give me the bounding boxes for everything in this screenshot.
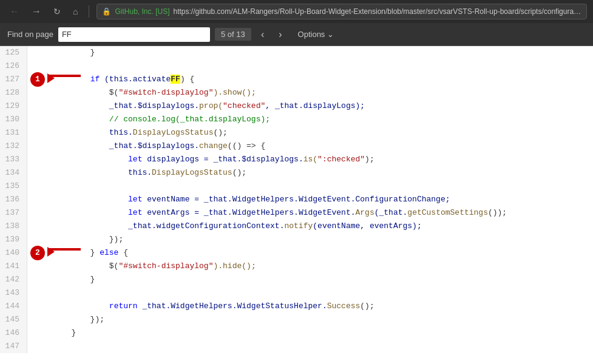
line-number: 132 — [0, 140, 27, 153]
line-number: 125 — [0, 46, 27, 59]
code-token: ).hide(); — [213, 261, 256, 271]
code-token: DisplayLogsStatus — [133, 128, 214, 137]
reload-button[interactable]: ↻ — [50, 4, 64, 19]
url-text: https://github.com/ALM-Rangers/Roll-Up-B… — [174, 7, 582, 16]
code-token: (() => { — [228, 141, 265, 150]
find-label: Find on page — [7, 30, 53, 39]
code-line: 136 let eventName = _that.WidgetHelpers.… — [0, 193, 593, 206]
line-number: 144 — [0, 300, 27, 313]
org-text: GitHub, Inc. [US] — [115, 7, 169, 16]
code-token: _that.WidgetHelpers.WidgetStatusHelper. — [138, 302, 327, 311]
code-token: $( — [33, 261, 118, 271]
code-token: this. — [33, 168, 152, 177]
code-token: _that.$displaylogs. — [33, 101, 199, 110]
code-line: 125 } — [0, 46, 593, 59]
code-token: _that.$displaylogs. — [33, 141, 199, 150]
code-token: // console.log(_that.displayLogs); — [109, 115, 270, 124]
line-number: 126 — [0, 59, 27, 73]
line-number: 133 — [0, 153, 27, 166]
code-token: ); — [365, 155, 374, 164]
code-line: 147 — [0, 340, 593, 353]
code-line: 146 } — [0, 326, 593, 340]
line-number: 134 — [0, 166, 27, 180]
code-line: 127 if (this.activateFF) {1 — [0, 73, 593, 86]
code-token — [33, 195, 128, 204]
code-token: ":checked" — [317, 155, 365, 164]
code-token: (eventName, eventArgs); — [313, 221, 421, 231]
lock-icon: 🔒 — [102, 7, 111, 16]
line-content — [27, 180, 38, 193]
find-next-button[interactable]: › — [274, 27, 286, 42]
forward-button[interactable]: → — [28, 4, 45, 19]
home-button[interactable]: ⌂ — [69, 4, 81, 19]
code-token: is( — [303, 155, 317, 164]
line-number: 142 — [0, 273, 27, 286]
code-line: 131 this.DisplayLogsStatus(); — [0, 126, 593, 140]
line-content — [27, 286, 38, 300]
code-token: prop( — [199, 101, 223, 110]
code-line: 141 $("#switch-displaylog").hide(); — [0, 260, 593, 273]
code-token: } — [33, 275, 95, 284]
code-token: change — [199, 141, 228, 150]
find-input[interactable] — [58, 27, 210, 42]
options-label: Options — [298, 30, 325, 39]
code-line: 140 } else {2 — [0, 246, 593, 260]
code-token: else — [100, 248, 118, 257]
line-content: } — [27, 326, 76, 340]
code-token: getCustomSettings — [407, 208, 488, 217]
line-content — [27, 59, 38, 73]
code-token: } — [33, 48, 95, 57]
address-bar[interactable]: 🔒 GitHub, Inc. [US] https://github.com/A… — [97, 4, 587, 19]
code-line: 138 _that.widgetConfigurationContext.not… — [0, 220, 593, 233]
code-token: let — [128, 155, 142, 164]
code-line: 128 $("#switch-displaylog").show(); — [0, 86, 593, 99]
line-number: 131 — [0, 126, 27, 140]
code-token: { — [118, 248, 128, 257]
line-content: $("#switch-displaylog").hide(); — [27, 260, 256, 273]
code-token: (_that. — [374, 208, 408, 217]
code-token — [33, 115, 109, 124]
line-number: 136 — [0, 193, 27, 206]
code-line: 130 // console.log(_that.displayLogs); — [0, 113, 593, 126]
code-line: 132 _that.$displaylogs.change(() => { — [0, 140, 593, 153]
code-line: 144 return _that.WidgetHelpers.WidgetSta… — [0, 300, 593, 313]
line-number: 140 — [0, 246, 27, 260]
find-options-button[interactable]: Options ⌄ — [292, 27, 341, 41]
code-token — [33, 302, 109, 311]
line-content: } — [27, 46, 95, 59]
line-number: 146 — [0, 326, 27, 340]
back-button[interactable]: ← — [6, 4, 23, 19]
search-highlight: FF — [171, 75, 180, 84]
line-number: 145 — [0, 313, 27, 326]
code-line: 129 _that.$displaylogs.prop("checked", _… — [0, 99, 593, 113]
line-content: }); — [27, 233, 123, 246]
code-line: 139 }); — [0, 233, 593, 246]
line-number: 130 — [0, 113, 27, 126]
line-number: 135 — [0, 180, 27, 193]
line-content: let eventArgs = _that.WidgetHelpers.Widg… — [27, 206, 507, 220]
code-token: , _that.displayLogs); — [265, 101, 365, 110]
browser-bar: ← → ↻ ⌂ 🔒 GitHub, Inc. [US] https://gith… — [0, 0, 593, 23]
code-line: 126 — [0, 59, 593, 73]
line-content: $("#switch-displaylog").show(); — [27, 86, 256, 99]
line-content: _that.$displaylogs.change(() => { — [27, 140, 265, 153]
code-area: 125 }126 127 if (this.activateFF) {1128 … — [0, 46, 593, 364]
code-line: 133 let displaylogs = _that.$displaylogs… — [0, 153, 593, 166]
line-content: // console.log(_that.displayLogs); — [27, 113, 270, 126]
find-bar: Find on page 5 of 13 ‹ › Options ⌄ — [0, 23, 593, 46]
code-line: 142 } — [0, 273, 593, 286]
line-number: 141 — [0, 260, 27, 273]
annotation-badge-2: 2 — [30, 246, 45, 260]
line-number: 139 — [0, 233, 27, 246]
code-token: Success — [327, 302, 361, 311]
code-token: ).show(); — [213, 88, 256, 97]
line-content: let eventName = _that.WidgetHelpers.Widg… — [27, 193, 450, 206]
code-token: (); — [213, 128, 227, 137]
code-token: notify — [284, 221, 313, 231]
find-prev-button[interactable]: ‹ — [256, 27, 269, 42]
code-token: "#switch-displaylog" — [118, 261, 213, 271]
code-token: if — [90, 75, 100, 84]
line-number: 128 — [0, 86, 27, 99]
line-number: 143 — [0, 286, 27, 300]
code-token: }); — [33, 315, 104, 324]
